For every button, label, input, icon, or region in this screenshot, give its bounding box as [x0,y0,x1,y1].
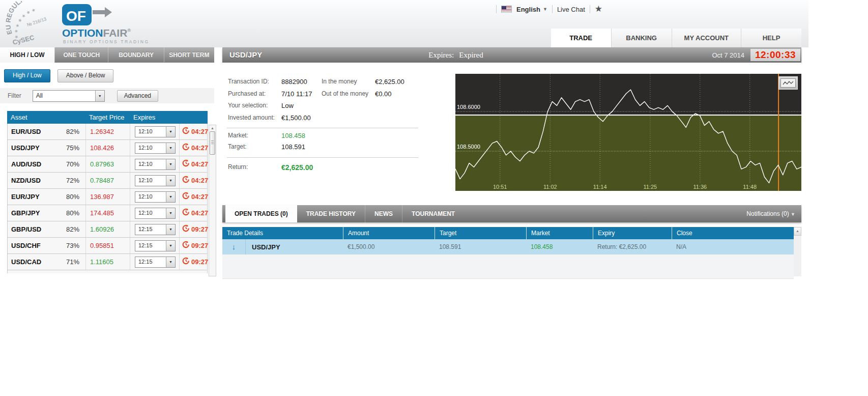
expiry-select[interactable]: 12:15▼ [135,257,176,268]
filter-select[interactable]: All ▼ [33,90,105,102]
line-chart-icon [780,78,796,88]
countdown-cell: 09:27 [179,238,207,253]
favorites-star-icon[interactable]: ★ [595,5,602,14]
language-selector[interactable]: English [516,6,540,13]
scroll-up-icon[interactable]: ▲ [209,125,216,131]
nav-tab-banking[interactable]: BANKING [611,29,672,47]
payout-percent: 70% [66,160,85,168]
bottom-tab-open-trades-0[interactable]: OPEN TRADES (0) [225,205,297,222]
chevron-down-icon[interactable]: ▼ [166,257,175,267]
left-panel: HIGH / LOWONE TOUCHBOUNDARYSHORT TERM Hi… [0,47,219,279]
countdown-icon [182,192,190,202]
asset-row[interactable]: AUD/USD70%0.8796312:10▼04:27 [8,156,207,173]
countdown-timer: 04:27 [191,144,208,152]
nav-tab-trade[interactable]: TRADE [551,29,611,47]
col-expires: Expires [130,111,179,124]
countdown-timer: 04:27 [191,193,208,201]
expiry-select[interactable]: 12:10▼ [135,143,176,154]
out-money-label: Out of the money [322,90,368,97]
trade-date: Oct 7 2014 [712,51,744,59]
view-button-above-below[interactable]: Above / Below [57,69,114,82]
countdown-icon [182,143,190,153]
countdown-timer: 04:27 [191,209,208,217]
asset-row[interactable]: USD/CHF73%0.9585112:15▼09:27 [8,238,207,254]
partial-row [7,270,208,273]
asset-row[interactable]: EUR/USD82%1.2634212:10▼04:27 [8,124,207,140]
expiry-select[interactable]: 12:15▼ [135,240,176,251]
invested-value: €1,500.00 [281,114,311,122]
asset-row[interactable]: EUR/JPY80%136.98712:10▼04:27 [8,189,207,205]
scroll-up-icon[interactable]: ▲ [794,227,801,236]
view-button-high-low[interactable]: High / Low [4,69,50,82]
target-price: 0.78487 [85,173,130,188]
asset-table-scrollbar[interactable]: ▲ [209,125,216,276]
payout-percent: 80% [66,209,85,217]
top-header: EU REGULATED ★ ★ ★ ★ ★ ★ ★ № 216/13 CySE… [0,0,808,47]
trade-type-tab-boundary[interactable]: BOUNDARY [108,47,163,63]
chevron-down-icon[interactable]: ▼ [166,176,175,186]
chevron-down-icon[interactable]: ▼ [166,143,175,153]
countdown-cell: 04:27 [179,156,207,172]
expiry-select-value: 12:15 [135,257,166,267]
bottom-tab-tournament[interactable]: TOURNAMENT [402,205,464,222]
trade-type-tab-short-term[interactable]: SHORT TERM [164,47,214,63]
chevron-down-icon: ▼ [791,212,795,217]
expiry-select[interactable]: 12:10▼ [135,191,176,203]
chevron-down-icon[interactable]: ▼ [166,159,175,169]
bottom-tabs: OPEN TRADES (0)TRADE HISTORYNEWSTOURNAME… [225,205,464,222]
chevron-down-icon[interactable]: ▼ [166,241,175,251]
expiry-select[interactable]: 12:10▼ [135,126,176,137]
nav-tab-help[interactable]: HELP [741,29,801,47]
expiry-select[interactable]: 12:10▼ [135,175,176,186]
expiry-select-value: 12:15 [135,241,166,251]
trades-scrollbar[interactable]: ▲ [794,227,801,276]
trade-type-tab-one-touch[interactable]: ONE TOUCH [54,47,108,63]
purchased-at-value: 7/10 11:17 [281,90,312,98]
optionfair-logo[interactable]: EU REGULATED ★ ★ ★ ★ ★ ★ ★ № 216/13 CySE… [5,1,158,46]
countdown-cell: 09:27 [179,254,207,270]
trade-details-panel: Transaction ID: 8882900 In the money €2,… [222,63,801,205]
payout-percent: 75% [66,144,85,152]
chevron-down-icon[interactable]: ▼ [166,208,175,218]
chart-type-button[interactable] [778,76,798,90]
trade-row[interactable]: ↓USD/JPY€1,500.00108.591108.458Return: €… [222,239,794,254]
utility-bar: English ▼ Live Chat ★ [496,4,602,14]
trade-type-tab-high-low[interactable]: HIGH / LOW [0,47,54,63]
svg-text:108.5000: 108.5000 [457,144,480,150]
expiry-select-value: 12:10 [135,176,166,186]
asset-row[interactable]: USD/CAD71%1.1160512:15▼09:27 [8,254,207,270]
live-chat-link[interactable]: Live Chat [557,6,585,13]
bottom-tab-trade-history[interactable]: TRADE HISTORY [297,205,365,222]
asset-row[interactable]: GBP/USD82%1.6092612:15▼09:27 [8,221,207,238]
target-price: 1.11605 [85,254,130,270]
trade-market: 108.458 [526,243,593,250]
asset-row[interactable]: USD/JPY75%108.42612:10▼04:27 [8,140,207,156]
chevron-down-icon[interactable]: ▼ [166,127,175,137]
target-price: 174.485 [85,205,130,221]
payout-percent: 80% [66,193,85,201]
scrollbar-thumb[interactable] [210,131,215,155]
asset-row[interactable]: NZD/USD72%0.7848712:10▼04:27 [8,173,207,189]
advanced-button[interactable]: Advanced [117,90,158,102]
payout-percent: 82% [66,128,85,135]
target-price: 0.87963 [85,156,130,172]
bottom-tab-news[interactable]: NEWS [365,205,402,222]
asset-row[interactable]: GBP/JPY80%174.48512:10▼04:27 [8,205,207,221]
chevron-down-icon[interactable]: ▼ [166,192,175,202]
expiry-select-value: 12:10 [135,192,166,202]
expiry-select[interactable]: 12:15▼ [135,224,176,235]
countdown-timer: 04:27 [191,177,208,184]
expiry-select[interactable]: 12:10▼ [135,208,176,219]
nav-tab-my-account[interactable]: MY ACCOUNT [672,29,741,47]
target-price: 1.60926 [85,221,130,237]
chevron-down-icon[interactable]: ▼ [166,224,175,235]
target-price: 108.426 [85,140,130,156]
svg-text:11:36: 11:36 [693,184,707,190]
countdown-icon [182,159,190,169]
notifications-toggle[interactable]: Notifications (0) ▼ [746,205,795,223]
payout-percent: 82% [66,225,85,233]
optionfair-app: EU REGULATED ★ ★ ★ ★ ★ ★ ★ № 216/13 CySE… [0,0,868,396]
chevron-down-icon[interactable]: ▼ [95,91,104,101]
expiry-select[interactable]: 12:10▼ [135,159,176,170]
chevron-down-icon[interactable]: ▼ [543,7,547,12]
